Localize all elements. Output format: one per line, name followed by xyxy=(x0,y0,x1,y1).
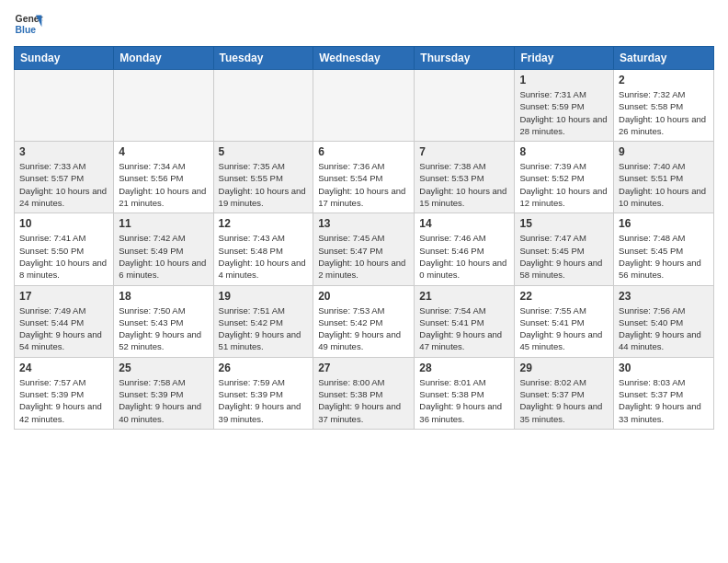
day-number: 9 xyxy=(619,145,709,158)
week-row-5: 24Sunrise: 7:57 AM Sunset: 5:39 PM Dayli… xyxy=(15,357,714,429)
day-cell xyxy=(415,70,515,142)
day-info: Sunrise: 8:00 AM Sunset: 5:38 PM Dayligh… xyxy=(318,376,409,425)
day-info: Sunrise: 7:49 AM Sunset: 5:44 PM Dayligh… xyxy=(19,304,108,353)
day-info: Sunrise: 7:59 AM Sunset: 5:39 PM Dayligh… xyxy=(219,376,309,425)
day-number: 1 xyxy=(519,74,609,86)
day-info: Sunrise: 7:38 AM Sunset: 5:53 PM Dayligh… xyxy=(419,160,509,209)
day-number: 25 xyxy=(119,362,208,374)
week-row-4: 17Sunrise: 7:49 AM Sunset: 5:44 PM Dayli… xyxy=(15,285,714,357)
day-info: Sunrise: 7:31 AM Sunset: 5:59 PM Dayligh… xyxy=(519,88,609,137)
day-cell: 5Sunrise: 7:35 AM Sunset: 5:55 PM Daylig… xyxy=(213,142,313,213)
day-cell: 19Sunrise: 7:51 AM Sunset: 5:42 PM Dayli… xyxy=(213,285,313,357)
day-cell xyxy=(114,70,213,142)
week-row-1: 1Sunrise: 7:31 AM Sunset: 5:59 PM Daylig… xyxy=(15,70,714,142)
day-info: Sunrise: 7:54 AM Sunset: 5:41 PM Dayligh… xyxy=(419,304,509,353)
calendar-table: SundayMondayTuesdayWednesdayThursdayFrid… xyxy=(14,46,714,430)
day-info: Sunrise: 7:46 AM Sunset: 5:46 PM Dayligh… xyxy=(419,232,509,281)
day-cell xyxy=(313,70,415,142)
day-cell: 21Sunrise: 7:54 AM Sunset: 5:41 PM Dayli… xyxy=(415,285,515,357)
day-cell: 6Sunrise: 7:36 AM Sunset: 5:54 PM Daylig… xyxy=(313,142,415,213)
day-number: 2 xyxy=(619,74,709,86)
day-info: Sunrise: 7:48 AM Sunset: 5:45 PM Dayligh… xyxy=(619,232,709,281)
day-cell: 2Sunrise: 7:32 AM Sunset: 5:58 PM Daylig… xyxy=(614,70,714,142)
day-info: Sunrise: 7:42 AM Sunset: 5:49 PM Dayligh… xyxy=(119,232,208,281)
day-cell: 18Sunrise: 7:50 AM Sunset: 5:43 PM Dayli… xyxy=(114,285,213,357)
day-number: 18 xyxy=(119,290,208,303)
weekday-header-thursday: Thursday xyxy=(415,47,515,70)
day-info: Sunrise: 7:56 AM Sunset: 5:40 PM Dayligh… xyxy=(619,304,709,353)
weekday-header-tuesday: Tuesday xyxy=(213,47,313,70)
day-cell: 27Sunrise: 8:00 AM Sunset: 5:38 PM Dayli… xyxy=(313,357,415,429)
day-number: 23 xyxy=(619,290,709,303)
day-info: Sunrise: 7:34 AM Sunset: 5:56 PM Dayligh… xyxy=(119,160,208,209)
day-info: Sunrise: 7:50 AM Sunset: 5:43 PM Dayligh… xyxy=(119,304,208,353)
day-info: Sunrise: 7:55 AM Sunset: 5:41 PM Dayligh… xyxy=(519,304,609,353)
day-number: 4 xyxy=(119,145,208,158)
day-number: 13 xyxy=(318,217,409,230)
day-number: 15 xyxy=(519,217,609,230)
page: General Blue SundayMondayTuesdayWednesda… xyxy=(0,0,728,563)
day-cell: 8Sunrise: 7:39 AM Sunset: 5:52 PM Daylig… xyxy=(515,142,614,213)
day-cell: 26Sunrise: 7:59 AM Sunset: 5:39 PM Dayli… xyxy=(213,357,313,429)
day-cell: 15Sunrise: 7:47 AM Sunset: 5:45 PM Dayli… xyxy=(515,213,614,285)
day-number: 8 xyxy=(519,145,609,158)
day-cell: 14Sunrise: 7:46 AM Sunset: 5:46 PM Dayli… xyxy=(415,213,515,285)
day-info: Sunrise: 8:03 AM Sunset: 5:37 PM Dayligh… xyxy=(619,376,709,425)
day-cell: 10Sunrise: 7:41 AM Sunset: 5:50 PM Dayli… xyxy=(15,213,114,285)
day-cell: 17Sunrise: 7:49 AM Sunset: 5:44 PM Dayli… xyxy=(15,285,114,357)
day-number: 12 xyxy=(219,217,309,230)
logo-icon: General Blue xyxy=(14,9,43,39)
day-cell: 25Sunrise: 7:58 AM Sunset: 5:39 PM Dayli… xyxy=(114,357,213,429)
day-number: 6 xyxy=(318,145,409,158)
day-cell: 3Sunrise: 7:33 AM Sunset: 5:57 PM Daylig… xyxy=(15,142,114,213)
day-number: 14 xyxy=(419,217,509,230)
day-cell: 24Sunrise: 7:57 AM Sunset: 5:39 PM Dayli… xyxy=(15,357,114,429)
day-cell: 20Sunrise: 7:53 AM Sunset: 5:42 PM Dayli… xyxy=(313,285,415,357)
day-info: Sunrise: 7:33 AM Sunset: 5:57 PM Dayligh… xyxy=(19,160,108,209)
day-number: 3 xyxy=(19,145,108,158)
day-cell: 13Sunrise: 7:45 AM Sunset: 5:47 PM Dayli… xyxy=(313,213,415,285)
day-cell: 9Sunrise: 7:40 AM Sunset: 5:51 PM Daylig… xyxy=(614,142,714,213)
day-info: Sunrise: 7:36 AM Sunset: 5:54 PM Dayligh… xyxy=(318,160,409,209)
day-number: 11 xyxy=(119,217,208,230)
svg-text:Blue: Blue xyxy=(16,25,37,35)
week-row-3: 10Sunrise: 7:41 AM Sunset: 5:50 PM Dayli… xyxy=(15,213,714,285)
day-cell: 29Sunrise: 8:02 AM Sunset: 5:37 PM Dayli… xyxy=(515,357,614,429)
logo: General Blue xyxy=(14,9,43,39)
day-number: 10 xyxy=(19,217,108,230)
day-cell: 7Sunrise: 7:38 AM Sunset: 5:53 PM Daylig… xyxy=(415,142,515,213)
day-info: Sunrise: 7:32 AM Sunset: 5:58 PM Dayligh… xyxy=(619,88,709,137)
day-info: Sunrise: 7:53 AM Sunset: 5:42 PM Dayligh… xyxy=(318,304,409,353)
week-row-2: 3Sunrise: 7:33 AM Sunset: 5:57 PM Daylig… xyxy=(15,142,714,213)
day-info: Sunrise: 7:45 AM Sunset: 5:47 PM Dayligh… xyxy=(318,232,409,281)
day-cell: 12Sunrise: 7:43 AM Sunset: 5:48 PM Dayli… xyxy=(213,213,313,285)
day-cell: 22Sunrise: 7:55 AM Sunset: 5:41 PM Dayli… xyxy=(515,285,614,357)
day-number: 21 xyxy=(419,290,509,303)
day-cell: 11Sunrise: 7:42 AM Sunset: 5:49 PM Dayli… xyxy=(114,213,213,285)
day-cell: 1Sunrise: 7:31 AM Sunset: 5:59 PM Daylig… xyxy=(515,70,614,142)
day-number: 17 xyxy=(19,290,108,303)
day-number: 22 xyxy=(519,290,609,303)
weekday-header-row: SundayMondayTuesdayWednesdayThursdayFrid… xyxy=(15,47,714,70)
weekday-header-saturday: Saturday xyxy=(614,47,714,70)
day-info: Sunrise: 7:40 AM Sunset: 5:51 PM Dayligh… xyxy=(619,160,709,209)
day-info: Sunrise: 7:35 AM Sunset: 5:55 PM Dayligh… xyxy=(219,160,309,209)
day-info: Sunrise: 7:47 AM Sunset: 5:45 PM Dayligh… xyxy=(519,232,609,281)
day-number: 5 xyxy=(219,145,309,158)
day-cell: 28Sunrise: 8:01 AM Sunset: 5:38 PM Dayli… xyxy=(415,357,515,429)
day-info: Sunrise: 7:58 AM Sunset: 5:39 PM Dayligh… xyxy=(119,376,208,425)
day-cell xyxy=(213,70,313,142)
day-info: Sunrise: 8:02 AM Sunset: 5:37 PM Dayligh… xyxy=(519,376,609,425)
day-info: Sunrise: 7:43 AM Sunset: 5:48 PM Dayligh… xyxy=(219,232,309,281)
weekday-header-monday: Monday xyxy=(114,47,213,70)
day-info: Sunrise: 7:51 AM Sunset: 5:42 PM Dayligh… xyxy=(219,304,309,353)
day-cell: 16Sunrise: 7:48 AM Sunset: 5:45 PM Dayli… xyxy=(614,213,714,285)
day-number: 24 xyxy=(19,362,108,374)
day-number: 29 xyxy=(519,362,609,374)
day-info: Sunrise: 7:57 AM Sunset: 5:39 PM Dayligh… xyxy=(19,376,108,425)
day-cell: 4Sunrise: 7:34 AM Sunset: 5:56 PM Daylig… xyxy=(114,142,213,213)
day-number: 30 xyxy=(619,362,709,374)
weekday-header-sunday: Sunday xyxy=(15,47,114,70)
day-cell xyxy=(15,70,114,142)
day-cell: 23Sunrise: 7:56 AM Sunset: 5:40 PM Dayli… xyxy=(614,285,714,357)
